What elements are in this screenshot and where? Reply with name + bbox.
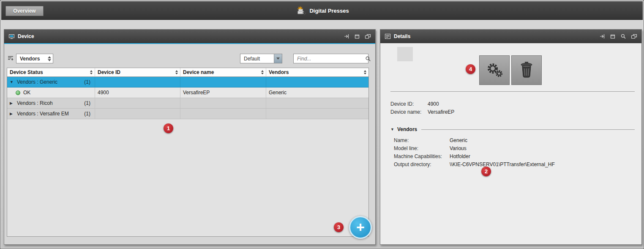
details-panel-icon (385, 33, 391, 39)
device-table-header: Device Status Device ID Device name Vend… (7, 68, 368, 77)
details-panel-header: Details (380, 30, 641, 43)
device-panel-toolbar (344, 33, 371, 39)
maximize-icon[interactable] (354, 33, 360, 39)
device-panel-icon (8, 33, 15, 39)
callout-badge-4: 4 (466, 64, 475, 74)
details-panel-body: Device ID: 4900 Device name: VersafireEP… (380, 44, 641, 244)
device-panel-title: Device (18, 33, 34, 39)
app-title-group: Digital Presses (295, 1, 349, 20)
table-row-device-4900[interactable]: OK 4900 VersafireEP Generic (7, 88, 368, 98)
status-ok-icon (16, 90, 20, 95)
field-label: Model line: (394, 145, 450, 151)
device-name-cell: VersafireEP (180, 88, 266, 98)
field-device-name: Device name: VersafireEP (390, 109, 454, 115)
app-title: Digital Presses (309, 8, 349, 14)
group-count: (1) (84, 111, 92, 117)
add-device-button[interactable]: + (349, 216, 372, 239)
group-by-dropdown-value: Vendors (20, 56, 40, 62)
pin-icon[interactable] (344, 33, 349, 39)
table-row-group-versafire-em[interactable]: ▶ Vendors : Versafire EM (1) (7, 109, 368, 119)
view-preset-value: Default (240, 56, 260, 62)
field-value: Generic (450, 137, 467, 143)
field-label: Name: (394, 137, 450, 143)
group-count: (1) (84, 100, 92, 106)
collapse-icon[interactable]: ▶ (10, 101, 14, 105)
find-search-icon (365, 56, 371, 62)
group-label: Vendors : Versafire EM (17, 111, 69, 117)
device-table: Device Status Device ID Device name Vend… (7, 68, 369, 237)
device-id-cell: 4900 (95, 88, 180, 98)
float-window-icon[interactable] (631, 33, 637, 39)
field-label: Machine Capabilities: (394, 153, 450, 159)
sort-icon[interactable] (90, 70, 93, 74)
vendors-section-header: ▼ Vendors (390, 126, 635, 132)
find-input[interactable] (294, 54, 365, 63)
device-panel-body: Vendors Default Device Status (4, 44, 375, 244)
overview-button[interactable]: Overview (5, 6, 44, 16)
section-expand-icon[interactable]: ▼ (390, 127, 394, 131)
field-machine-capabilities: Machine Capabilities: Hotfolder (394, 153, 470, 159)
configure-device-button[interactable] (479, 55, 510, 85)
table-row-group-generic[interactable]: ▼ Vendors : Generic (1) (7, 77, 368, 88)
field-label: Output directory: (394, 161, 450, 167)
active-panel-accent-line (4, 43, 375, 44)
details-panel-toolbar (599, 33, 637, 39)
group-label: Vendors : Generic (17, 79, 57, 85)
details-panel: Details (380, 29, 642, 245)
trash-icon (519, 61, 534, 79)
field-label: Device name: (390, 109, 428, 115)
chevron-down-icon (274, 54, 282, 63)
section-rule (421, 129, 635, 130)
sort-icon[interactable] (175, 70, 178, 74)
field-value: Various (450, 145, 467, 151)
field-value: \\KIE-C6VPNSERV01\PTTransfer\External_HF (450, 161, 555, 167)
device-status-value: OK (23, 90, 30, 96)
maximize-icon[interactable] (610, 33, 616, 39)
delete-device-button[interactable] (511, 55, 542, 85)
expand-icon[interactable]: ▼ (10, 80, 14, 84)
column-header-device-id[interactable]: Device ID (95, 68, 180, 77)
vendors-cell: Generic (266, 88, 368, 98)
field-value: 4900 (428, 101, 439, 107)
details-panel-title: Details (394, 33, 410, 39)
field-vendor-name: Name: Generic (394, 137, 467, 143)
pin-icon[interactable] (599, 33, 605, 39)
group-by-icon (8, 55, 14, 62)
vendors-section-title: Vendors (397, 126, 417, 132)
sort-icon[interactable] (364, 70, 366, 74)
find-box (293, 54, 368, 63)
device-panel: Device Vendors (4, 29, 376, 245)
callout-badge-1: 1 (164, 123, 173, 133)
callout-badge-3: 3 (334, 222, 344, 232)
device-image-placeholder (397, 47, 413, 61)
field-device-id: Device ID: 4900 (390, 101, 439, 107)
column-header-device-status[interactable]: Device Status (7, 68, 95, 77)
callout-badge-2: 2 (481, 167, 491, 176)
collapse-icon[interactable]: ▶ (10, 112, 14, 116)
plus-icon: + (356, 220, 365, 234)
field-value: VersafireEP (428, 109, 454, 115)
top-bar: Overview Digital Presses (1, 1, 643, 20)
group-by-dropdown[interactable]: Vendors (16, 54, 53, 63)
column-header-device-name[interactable]: Device name (180, 68, 266, 77)
device-panel-header: Device (4, 30, 375, 43)
gears-icon (485, 61, 504, 79)
spinner-arrows-icon (48, 56, 51, 61)
group-label: Vendors : Ricoh (17, 100, 53, 106)
table-row-group-ricoh[interactable]: ▶ Vendors : Ricoh (1) (7, 98, 368, 109)
zoom-icon[interactable] (620, 33, 626, 39)
column-header-vendors[interactable]: Vendors (266, 68, 368, 77)
field-output-directory: Output directory: \\KIE-C6VPNSERV01\PTTr… (394, 161, 555, 167)
field-label: Device ID: (390, 101, 428, 107)
digital-presses-icon (295, 6, 306, 16)
group-count: (1) (84, 79, 92, 85)
window-frame: Overview Digital Presses Device (0, 0, 644, 249)
view-preset-select[interactable]: Default (240, 54, 282, 63)
field-value: Hotfolder (450, 153, 470, 159)
sort-icon[interactable] (261, 70, 264, 74)
field-model-line: Model line: Various (394, 145, 467, 151)
float-window-icon[interactable] (365, 33, 371, 39)
details-separator (390, 91, 635, 92)
